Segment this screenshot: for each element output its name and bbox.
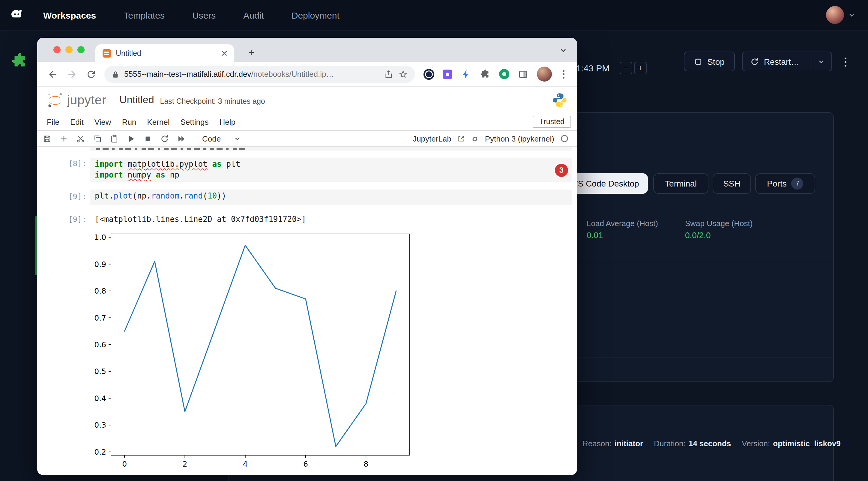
add-cell-icon[interactable] (59, 134, 68, 143)
svg-text:0.2: 0.2 (94, 448, 106, 456)
browser-menu-icon[interactable] (560, 67, 567, 81)
lock-icon (112, 70, 119, 78)
toolbar-right-group: JupyterLab Python 3 (ipykernel) (413, 134, 571, 143)
account-menu[interactable] (826, 6, 856, 24)
browser-window: Untitled ✕ + (37, 38, 577, 475)
interrupt-kernel-icon[interactable] (143, 134, 152, 143)
svg-text:0.3: 0.3 (94, 421, 106, 429)
address-bar[interactable]: 5555--main--test--matifali.atif.cdr.dev/… (104, 66, 415, 83)
extensions-row (424, 67, 567, 82)
svg-text:0.5: 0.5 (94, 367, 106, 376)
restart-options-chevron[interactable] (811, 52, 831, 71)
svg-text:0: 0 (122, 460, 127, 469)
menu-settings[interactable]: Settings (181, 117, 209, 126)
nav-deployment[interactable]: Deployment (291, 10, 340, 20)
matplotlib-figure: 0.20.30.40.50.60.70.80.91.002468 (86, 231, 422, 473)
line-chart: 0.20.30.40.50.60.70.80.91.002468 (86, 231, 422, 471)
window-minimize-button[interactable] (65, 46, 72, 53)
user-avatar[interactable] (826, 6, 844, 24)
jupyter-menubar: File Edit View Run Kernel Settings Help … (37, 114, 577, 131)
notebook-favicon (102, 49, 111, 57)
purple-extension-icon[interactable] (443, 69, 452, 79)
top-navigation: Workspaces Templates Users Audit Deploym… (0, 0, 868, 31)
coder-logo[interactable] (8, 7, 24, 23)
save-icon[interactable] (42, 134, 52, 143)
kernel-status-icon (560, 134, 569, 143)
nav-templates[interactable]: Templates (124, 10, 165, 20)
window-close-button[interactable] (53, 46, 61, 53)
restart-run-all-icon[interactable] (177, 134, 186, 143)
external-link-icon[interactable] (457, 135, 465, 142)
puzzle-extension-icon[interactable] (11, 52, 29, 70)
cell-output-text: [<matplotlib.lines.Line2D at 0x7fd03f191… (95, 215, 306, 224)
reload-icon[interactable] (86, 69, 97, 79)
svg-text:0.8: 0.8 (94, 287, 106, 295)
menu-edit[interactable]: Edit (70, 117, 84, 126)
load-average-stat: Load Average (Host) 0.01 (587, 219, 658, 240)
debugger-icon[interactable] (471, 135, 479, 142)
stop-workspace-button[interactable]: Stop (684, 52, 735, 71)
swap-usage-stat: Swap Usage (Host) 0.0/2.0 (685, 219, 752, 240)
workspace-menu-button[interactable] (837, 54, 853, 70)
lightning-extension-icon[interactable] (461, 69, 471, 79)
notebook-title[interactable]: Untitled (119, 94, 154, 106)
browser-tab[interactable]: Untitled ✕ (95, 44, 234, 62)
svg-text:6: 6 (303, 460, 308, 469)
nav-workspaces[interactable]: Workspaces (43, 10, 96, 20)
zoom-in-button[interactable]: + (634, 62, 647, 74)
screen: Workspaces Templates Users Audit Deploym… (0, 0, 868, 481)
onepassword-icon[interactable] (424, 69, 434, 79)
green-extension-icon[interactable] (499, 69, 509, 79)
extensions-puzzle-icon[interactable] (480, 69, 491, 79)
terminal-button[interactable]: Terminal (653, 173, 708, 194)
url-text: 5555--main--test--matifali.atif.cdr.dev/… (124, 70, 379, 78)
side-panel-icon[interactable] (518, 69, 528, 79)
checkpoint-status: Last Checkpoint: 3 minutes ago (160, 97, 265, 105)
new-tab-button[interactable]: + (245, 46, 258, 59)
python-logo (552, 92, 567, 108)
code-cell-9[interactable]: plt.plot(np.random.rand(10)) (90, 190, 572, 205)
jupyter-brand: jupyter (67, 93, 106, 107)
tab-search-icon[interactable] (559, 46, 567, 55)
paste-icon[interactable] (110, 134, 119, 143)
menu-help[interactable]: Help (219, 117, 236, 126)
ssh-button[interactable]: SSH (713, 173, 751, 194)
zoom-out-button[interactable]: − (620, 62, 632, 74)
clock: 11:43 PM (572, 63, 610, 73)
window-maximize-button[interactable] (78, 46, 85, 53)
menu-file[interactable]: File (47, 117, 59, 126)
forward-icon[interactable] (67, 69, 78, 79)
menu-run[interactable]: Run (122, 117, 136, 126)
jupyterlab-link[interactable]: JupyterLab (413, 134, 452, 143)
back-icon[interactable] (48, 69, 58, 79)
tab-title: Untitled (116, 49, 216, 57)
share-icon[interactable] (384, 69, 394, 79)
cut-icon[interactable] (76, 134, 85, 143)
restart-action[interactable]: Restart… (744, 52, 807, 71)
menu-kernel[interactable]: Kernel (147, 117, 169, 126)
restart-kernel-icon[interactable] (160, 134, 169, 143)
svg-text:0.9: 0.9 (94, 260, 106, 269)
chevron-down-icon (847, 11, 856, 19)
browser-profile-avatar[interactable] (537, 67, 552, 82)
chevron-down-icon (234, 135, 241, 142)
main-nav: Workspaces Templates Users Audit Deploym… (43, 10, 340, 20)
workspace-page: 11:43 PM − + Stop Restart… VS Code Deskt… (0, 31, 868, 481)
trusted-button[interactable]: Trusted (533, 116, 571, 128)
nav-audit[interactable]: Audit (243, 10, 264, 20)
nav-users[interactable]: Users (192, 10, 216, 20)
restart-icon (751, 57, 759, 66)
ports-button[interactable]: Ports 7 (755, 173, 815, 194)
svg-text:0.7: 0.7 (94, 314, 106, 322)
copy-icon[interactable] (93, 134, 102, 143)
svg-text:4: 4 (243, 460, 248, 469)
browser-toolbar: 5555--main--test--matifali.atif.cdr.dev/… (37, 62, 577, 87)
code-cell-8[interactable]: import matplotlib.pyplot as pltimport nu… (90, 158, 572, 182)
tab-close-icon[interactable]: ✕ (221, 49, 228, 57)
bookmark-star-icon[interactable] (398, 69, 408, 79)
cell-type-select[interactable]: Code (202, 134, 241, 143)
run-cell-icon[interactable] (127, 134, 135, 143)
kernel-name[interactable]: Python 3 (ipykernel) (485, 134, 554, 143)
menu-view[interactable]: View (94, 117, 111, 126)
clipped-cell-sliver (90, 147, 572, 151)
